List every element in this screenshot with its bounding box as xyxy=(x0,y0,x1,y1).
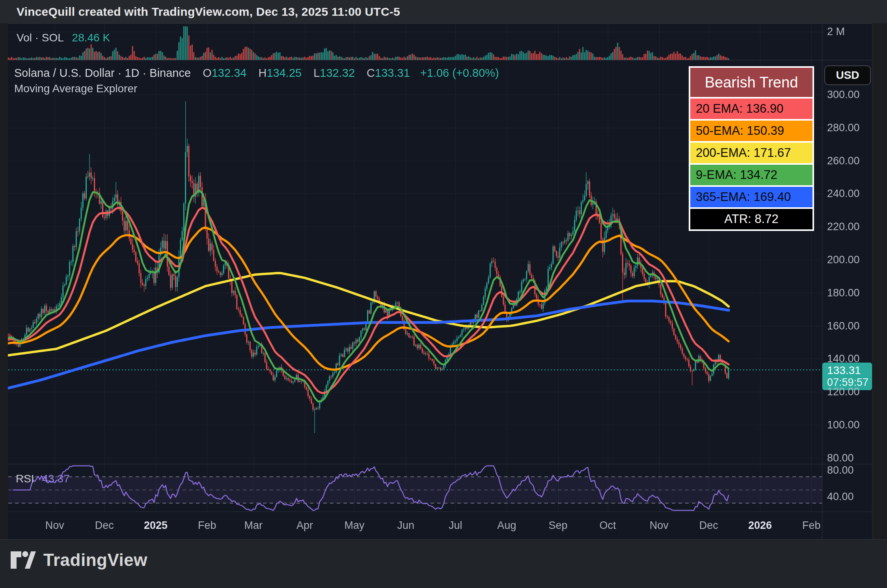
low-value: 132.32 xyxy=(320,67,355,79)
price-axis-tick: 100.00 xyxy=(827,419,860,431)
price-axis-tick: 140.00 xyxy=(827,353,860,365)
time-axis-label: 2025 xyxy=(144,519,168,532)
price-axis-tick: 300.00 xyxy=(827,89,860,101)
brand-name: TradingView xyxy=(43,550,147,570)
rsi-value: 43.37 xyxy=(42,473,69,485)
time-axis-label: May xyxy=(344,519,364,532)
price-axis-tick: 120.00 xyxy=(827,386,860,398)
volume-indicator-legend[interactable]: Vol · SOL 28.46 K xyxy=(17,32,110,44)
tradingview-logo-icon xyxy=(10,551,36,569)
time-axis-label: Jun xyxy=(397,519,414,532)
ema-status-legend[interactable]: Bearish Trend 20 EMA: 136.9050-EMA: 150.… xyxy=(689,66,814,231)
atr-value-label: ATR: 8.72 xyxy=(690,209,812,229)
volume-indicator-label: Vol · SOL xyxy=(17,32,63,44)
close-value: 133.31 xyxy=(375,67,410,79)
low-label: L xyxy=(313,67,320,79)
volume-value: 28.46 K xyxy=(72,32,110,44)
trend-status-label: Bearish Trend xyxy=(690,68,812,97)
change-value: +1.06 (+0.80%) xyxy=(420,67,499,79)
tradingview-chart-screen: VinceQuill created with TradingView.com,… xyxy=(0,0,887,588)
price-axis-tick: 180.00 xyxy=(827,287,860,299)
price-axis-tick: 280.00 xyxy=(827,121,860,134)
time-axis-label: Dec xyxy=(699,519,718,532)
ema-legend-row: 20 EMA: 136.90 xyxy=(690,99,812,119)
volume-axis-tick: 2 M xyxy=(827,26,845,38)
price-axis-tick: 80.00 xyxy=(827,452,854,464)
open-value: 132.34 xyxy=(212,67,247,79)
close-label: C xyxy=(367,67,375,79)
time-axis-label: 2026 xyxy=(748,519,772,532)
time-axis-label: Sep xyxy=(549,519,568,532)
current-price-value: 133.31 xyxy=(827,364,872,376)
high-value: 134.25 xyxy=(266,67,302,79)
high-label: H xyxy=(258,67,266,79)
ema-legend-row: 200-EMA: 171.67 xyxy=(690,143,812,163)
currency-toggle-button[interactable]: USD xyxy=(824,65,871,85)
time-axis-label: Oct xyxy=(600,519,616,532)
time-axis-label: Nov xyxy=(45,519,64,532)
time-axis-label: Nov xyxy=(650,519,669,532)
rsi-axis-tick: 40.00 xyxy=(827,491,854,503)
tradingview-brand-link[interactable]: TradingView xyxy=(10,550,147,570)
ema-legend-row: 50-EMA: 150.39 xyxy=(690,121,812,141)
time-axis-label: Feb xyxy=(802,519,821,532)
price-axis-tick: 240.00 xyxy=(827,188,860,200)
right-edge-strip xyxy=(872,23,887,539)
left-edge-strip xyxy=(0,23,8,539)
time-axis-label: Aug xyxy=(497,519,516,532)
indicator-title[interactable]: Moving Average Explorer xyxy=(14,82,137,95)
symbol-name: Solana / U.S. Dollar · 1D · Binance xyxy=(14,67,191,79)
price-axis-tick: 260.00 xyxy=(827,154,860,167)
ema-legend-row: 9-EMA: 134.72 xyxy=(690,165,812,185)
symbol-title[interactable]: Solana / U.S. Dollar · 1D · Binance O132… xyxy=(14,67,499,80)
rsi-axis-tick: 80.00 xyxy=(827,464,854,476)
chart-attribution-title: VinceQuill created with TradingView.com,… xyxy=(17,5,400,19)
header-band: VinceQuill created with TradingView.com,… xyxy=(0,0,887,24)
time-axis-label: Mar xyxy=(244,519,263,532)
ema-legend-row: 365-EMA: 169.40 xyxy=(690,187,812,207)
price-axis-tick: 200.00 xyxy=(827,254,860,266)
rsi-label: RSI xyxy=(16,473,34,485)
open-label: O xyxy=(203,67,212,79)
rsi-indicator-legend[interactable]: RSI 43.37 xyxy=(16,473,70,485)
time-axis-label: Apr xyxy=(296,519,313,532)
time-axis-label: Jul xyxy=(449,519,462,532)
time-axis-label: Dec xyxy=(95,519,114,532)
price-axis-tick: 160.00 xyxy=(827,320,860,332)
price-axis-tick: 220.00 xyxy=(827,221,860,233)
time-axis-label: Feb xyxy=(198,519,216,532)
